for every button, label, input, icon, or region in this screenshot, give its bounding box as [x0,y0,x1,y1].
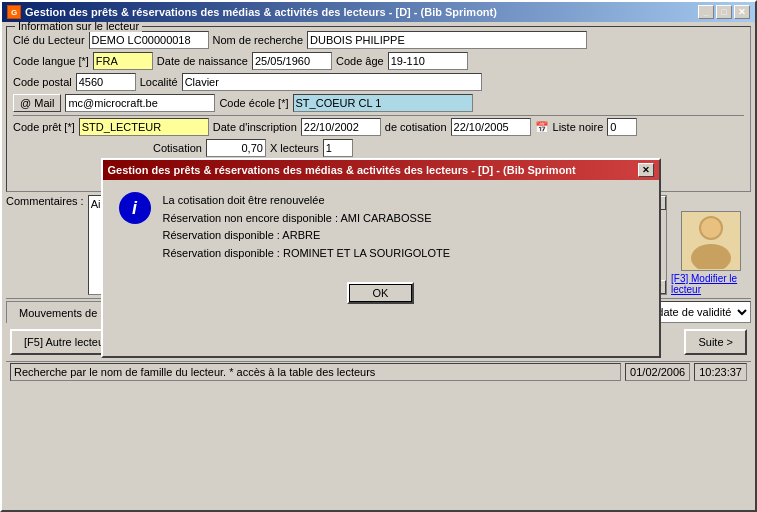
modal-line4: Réservation disponible : ROMINET ET LA S… [163,245,451,263]
modal-line3: Réservation disponible : ARBRE [163,227,451,245]
modal-body: i La cotisation doit être renouvelée Rés… [103,180,659,274]
modal-line1: La cotisation doit être renouvelée [163,192,451,210]
modal-message: La cotisation doit être renouvelée Réser… [163,192,451,262]
ok-button[interactable]: OK [347,282,415,304]
modal-window: Gestion des prêts & réservations des méd… [101,158,661,358]
info-icon: i [119,192,151,224]
modal-title: Gestion des prêts & réservations des méd… [108,164,576,176]
modal-footer: OK [103,274,659,312]
modal-overlay: Gestion des prêts & réservations des méd… [2,2,757,512]
modal-title-bar: Gestion des prêts & réservations des méd… [103,160,659,180]
modal-close-button[interactable]: ✕ [638,163,654,177]
modal-line2: Réservation non encore disponible : AMI … [163,210,451,228]
